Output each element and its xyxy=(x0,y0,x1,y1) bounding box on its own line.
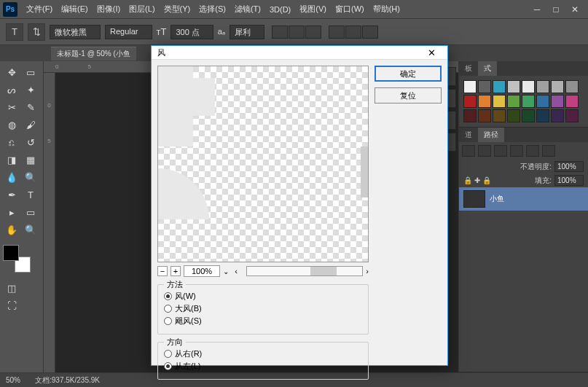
quickmask-toggle[interactable]: ◫ xyxy=(3,280,20,296)
ok-button[interactable]: 确定 xyxy=(375,66,442,82)
font-style-select[interactable]: Regular xyxy=(105,25,152,39)
zoom-tool[interactable]: 🔍 xyxy=(22,222,39,238)
style-swatch[interactable] xyxy=(478,109,491,122)
warp-text-button[interactable] xyxy=(345,26,361,39)
direction-right-radio[interactable]: 从右(R) xyxy=(164,348,362,359)
method-wind-radio[interactable]: 风(W) xyxy=(164,291,362,302)
style-swatch[interactable] xyxy=(551,109,564,122)
style-swatch[interactable] xyxy=(507,95,520,108)
style-swatch[interactable] xyxy=(551,80,564,93)
dodge-tool[interactable]: 🔍 xyxy=(22,169,39,185)
foreground-color-swatch[interactable] xyxy=(3,245,19,261)
antialias-select[interactable]: 犀利 xyxy=(230,25,264,39)
dialog-close-button[interactable]: ✕ xyxy=(421,46,442,59)
opacity-input[interactable] xyxy=(554,161,584,172)
menu-select[interactable]: 选择(S) xyxy=(195,4,230,15)
filter-pixel-icon[interactable] xyxy=(478,145,491,157)
magic-wand-tool[interactable]: ✦ xyxy=(22,82,39,98)
brush-tool[interactable]: 🖌 xyxy=(22,117,39,133)
active-tool-icon[interactable]: T xyxy=(6,23,23,41)
orientation-toggle[interactable]: ⇅ xyxy=(28,23,45,41)
type-tool[interactable]: T xyxy=(22,187,39,203)
menu-window[interactable]: 窗口(W) xyxy=(331,4,369,15)
menu-layer[interactable]: 图层(L) xyxy=(125,4,159,15)
style-swatch[interactable] xyxy=(507,80,520,93)
zoom-value[interactable]: 100% xyxy=(184,265,220,277)
maximize-button[interactable]: □ xyxy=(550,4,562,15)
close-button[interactable]: ✕ xyxy=(569,4,581,15)
style-swatch[interactable] xyxy=(493,109,506,122)
reset-button[interactable]: 复位 xyxy=(375,87,442,103)
color-swatches[interactable] xyxy=(3,245,31,273)
gradient-tool[interactable]: ▦ xyxy=(22,152,39,168)
tab-panel-unknown[interactable]: 板 xyxy=(459,61,478,76)
filter-smart-icon[interactable] xyxy=(542,145,555,157)
font-size-select[interactable]: 300 点 xyxy=(170,25,213,39)
shape-tool[interactable]: ▭ xyxy=(22,204,39,220)
char-panel-button[interactable] xyxy=(362,26,378,39)
style-swatch[interactable] xyxy=(478,80,491,93)
menu-file[interactable]: 文件(F) xyxy=(22,4,57,15)
path-select-tool[interactable]: ▸ xyxy=(3,204,20,220)
style-swatch[interactable] xyxy=(536,95,549,108)
style-swatch[interactable] xyxy=(536,80,549,93)
wind-preview[interactable] xyxy=(157,66,369,262)
eyedropper-tool[interactable]: ✎ xyxy=(22,99,39,115)
font-family-select[interactable]: 微软雅黑 xyxy=(50,25,101,39)
zoom-out-button[interactable]: − xyxy=(157,266,168,276)
screenmode-toggle[interactable]: ⛶ xyxy=(3,297,20,313)
style-swatch[interactable] xyxy=(565,80,579,93)
align-left-button[interactable] xyxy=(272,26,288,39)
pen-tool[interactable]: ✒ xyxy=(3,187,20,203)
minimize-button[interactable]: ─ xyxy=(531,4,543,15)
menu-edit[interactable]: 编辑(E) xyxy=(57,4,93,15)
menu-filter[interactable]: 滤镜(T) xyxy=(230,4,265,15)
tab-channels[interactable]: 道 xyxy=(459,128,478,142)
marquee-tool[interactable]: ▭ xyxy=(22,64,39,80)
filter-adjust-icon[interactable] xyxy=(494,145,507,157)
move-tool[interactable]: ✥ xyxy=(3,64,20,80)
filter-kind-icon[interactable] xyxy=(462,145,475,157)
tab-styles[interactable]: 式 xyxy=(478,61,497,76)
blur-tool[interactable]: 💧 xyxy=(3,169,20,185)
direction-left-radio[interactable]: 从左(L) xyxy=(164,361,362,372)
style-swatch[interactable] xyxy=(493,95,506,108)
clone-tool[interactable]: ⎌ xyxy=(3,134,20,150)
style-swatch[interactable] xyxy=(565,109,579,122)
dialog-titlebar[interactable]: 风 ✕ xyxy=(152,46,447,60)
layer-row[interactable]: 小鱼 xyxy=(459,187,588,211)
menu-image[interactable]: 图像(I) xyxy=(93,4,125,15)
style-swatch[interactable] xyxy=(463,95,477,108)
method-blast-radio[interactable]: 大风(B) xyxy=(164,303,362,314)
menu-type[interactable]: 类型(Y) xyxy=(160,4,195,15)
style-swatch[interactable] xyxy=(522,80,535,93)
zoom-in-button[interactable]: + xyxy=(170,266,181,276)
healing-tool[interactable]: ◍ xyxy=(3,117,20,133)
style-swatch[interactable] xyxy=(507,109,520,122)
lasso-tool[interactable]: ᔕ xyxy=(3,82,20,98)
style-swatch[interactable] xyxy=(565,95,579,108)
text-color-button[interactable] xyxy=(329,26,345,39)
lock-icons[interactable]: 🔒 ✚ 🔒 xyxy=(463,176,491,184)
menu-view[interactable]: 视图(V) xyxy=(295,4,331,15)
align-right-button[interactable] xyxy=(305,26,321,39)
zoom-level[interactable]: 50% xyxy=(6,376,20,384)
filter-type-icon[interactable] xyxy=(510,145,523,157)
crop-tool[interactable]: ✂ xyxy=(3,99,20,115)
style-swatch[interactable] xyxy=(478,95,491,108)
style-swatch[interactable] xyxy=(522,109,535,122)
menu-3d[interactable]: 3D(D) xyxy=(265,5,295,14)
menu-help[interactable]: 帮助(H) xyxy=(369,4,404,15)
method-stagger-radio[interactable]: 飓风(S) xyxy=(164,316,362,327)
filter-shape-icon[interactable] xyxy=(526,145,539,157)
style-swatch[interactable] xyxy=(493,80,506,93)
fill-input[interactable] xyxy=(554,175,584,186)
history-brush-tool[interactable]: ↺ xyxy=(22,134,39,150)
tab-paths[interactable]: 路径 xyxy=(478,128,504,142)
preview-scrollbar-h[interactable] xyxy=(246,266,364,276)
eraser-tool[interactable]: ◨ xyxy=(3,152,20,168)
hand-tool[interactable]: ✋ xyxy=(3,222,20,238)
style-swatch[interactable] xyxy=(522,95,535,108)
align-center-button[interactable] xyxy=(289,26,305,39)
preview-scrollbar-v[interactable] xyxy=(361,146,368,198)
